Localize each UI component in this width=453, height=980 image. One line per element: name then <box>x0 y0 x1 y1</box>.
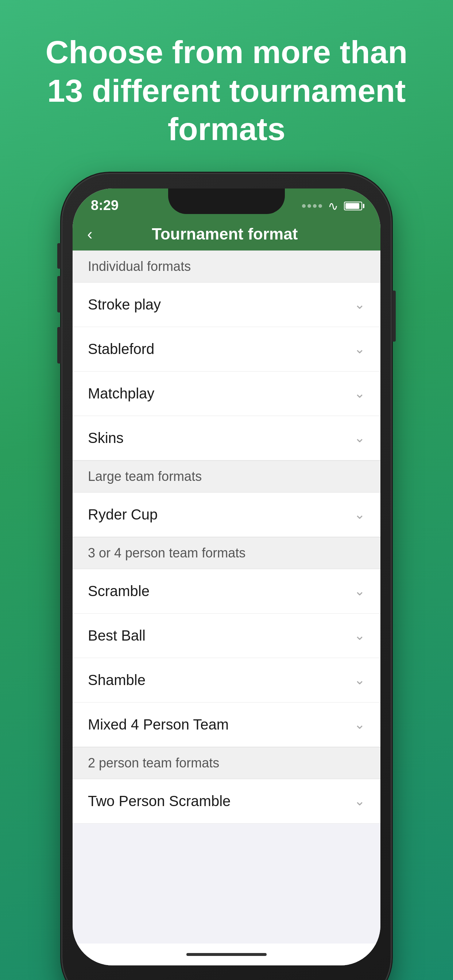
chevron-down-icon-stableford: ⌄ <box>354 341 365 356</box>
volume-up-button <box>57 276 61 312</box>
wifi-icon: ∿ <box>328 199 338 213</box>
list-item-stableford[interactable]: Stableford⌄ <box>73 327 380 372</box>
list-item-stroke-play[interactable]: Stroke play⌄ <box>73 283 380 327</box>
power-button <box>392 291 396 342</box>
section-header-individual-formats: Individual formats <box>73 250 380 283</box>
chevron-down-icon-ryder-cup: ⌄ <box>354 507 365 522</box>
phone-mockup: 8:29 ∿ ‹ Tournament format Indiv <box>62 174 391 980</box>
hero-title: Choose from more than 13 different tourn… <box>0 0 453 174</box>
nav-bar: ‹ Tournament format <box>73 218 380 250</box>
list-item-label-scramble: Scramble <box>88 583 150 600</box>
list-item-label-two-person-scramble: Two Person Scramble <box>88 793 231 810</box>
list-item-matchplay[interactable]: Matchplay⌄ <box>73 372 380 416</box>
list-item-label-skins: Skins <box>88 430 124 446</box>
mute-button <box>57 243 61 269</box>
list-item-label-stableford: Stableford <box>88 341 154 357</box>
status-icons: ∿ <box>302 199 362 213</box>
section-header-3-or-4-person-team-formats: 3 or 4 person team formats <box>73 537 380 569</box>
list-item-label-ryder-cup: Ryder Cup <box>88 506 158 523</box>
section-header-text-individual-formats: Individual formats <box>88 259 191 274</box>
back-button[interactable]: ‹ <box>87 225 93 243</box>
list-item-best-ball[interactable]: Best Ball⌄ <box>73 614 380 658</box>
list-item-two-person-scramble[interactable]: Two Person Scramble⌄ <box>73 779 380 824</box>
section-header-large-team-formats: Large team formats <box>73 460 380 493</box>
list-item-skins[interactable]: Skins⌄ <box>73 416 380 460</box>
chevron-down-icon-skins: ⌄ <box>354 430 365 445</box>
list-item-label-best-ball: Best Ball <box>88 627 145 644</box>
section-header-text-2-person-team-formats: 2 person team formats <box>88 756 219 770</box>
chevron-down-icon-mixed-4-person-team: ⌄ <box>354 717 365 732</box>
notch <box>168 188 285 214</box>
content-scroll[interactable]: Individual formatsStroke play⌄Stableford… <box>73 250 380 943</box>
section-header-text-3-or-4-person-team-formats: 3 or 4 person team formats <box>88 546 246 560</box>
signal-icon <box>302 204 322 208</box>
chevron-down-icon-matchplay: ⌄ <box>354 386 365 401</box>
list-item-ryder-cup[interactable]: Ryder Cup⌄ <box>73 493 380 537</box>
list-item-label-stroke-play: Stroke play <box>88 296 161 313</box>
home-bar <box>187 953 266 956</box>
list-item-shamble[interactable]: Shamble⌄ <box>73 658 380 703</box>
section-header-text-large-team-formats: Large team formats <box>88 469 202 484</box>
chevron-down-icon-shamble: ⌄ <box>354 672 365 687</box>
list-item-label-matchplay: Matchplay <box>88 385 154 402</box>
chevron-down-icon-two-person-scramble: ⌄ <box>354 793 365 809</box>
home-indicator <box>73 943 380 966</box>
chevron-down-icon-best-ball: ⌄ <box>354 628 365 643</box>
chevron-down-icon-stroke-play: ⌄ <box>354 297 365 312</box>
section-header-2-person-team-formats: 2 person team formats <box>73 747 380 779</box>
phone-screen: 8:29 ∿ ‹ Tournament format Indiv <box>73 188 380 966</box>
battery-icon <box>344 202 362 210</box>
status-time: 8:29 <box>91 197 118 213</box>
nav-title: Tournament format <box>100 225 350 243</box>
list-item-mixed-4-person-team[interactable]: Mixed 4 Person Team⌄ <box>73 703 380 747</box>
list-item-scramble[interactable]: Scramble⌄ <box>73 569 380 614</box>
volume-down-button <box>57 327 61 363</box>
list-item-label-shamble: Shamble <box>88 672 145 688</box>
list-item-label-mixed-4-person-team: Mixed 4 Person Team <box>88 716 229 733</box>
chevron-down-icon-scramble: ⌄ <box>354 583 365 599</box>
